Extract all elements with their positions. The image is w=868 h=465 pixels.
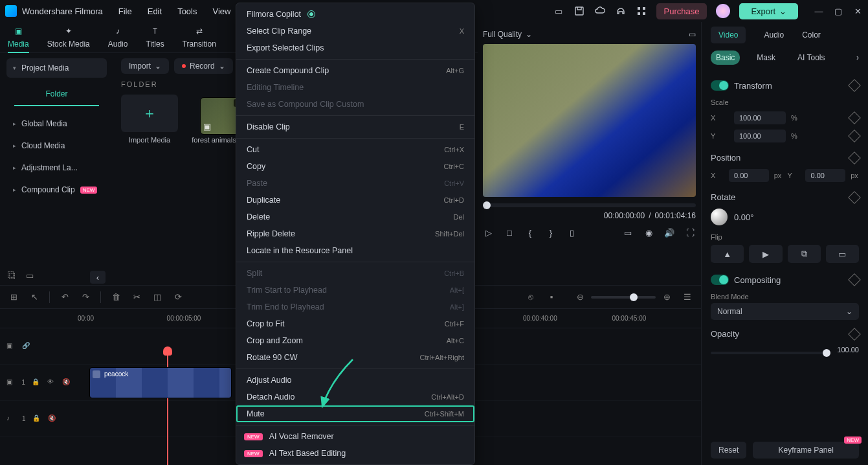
sidebar-item-cloud-media[interactable]: ▸Cloud Media: [6, 136, 107, 155]
music-icon[interactable]: ♪: [6, 414, 16, 424]
film-icon[interactable]: ▣: [6, 378, 16, 387]
avatar[interactable]: [716, 4, 730, 18]
tab-media[interactable]: ▣Media: [8, 25, 29, 52]
sidebar-folder-header[interactable]: Folder: [14, 83, 99, 106]
scale-x-input[interactable]: 100.00: [734, 111, 786, 124]
ctx-rotate-90-cw[interactable]: Rotate 90 CWCtrl+Alt+Right: [236, 349, 474, 366]
menu-edit[interactable]: Edit: [148, 6, 162, 16]
crop-icon[interactable]: ◫: [151, 291, 163, 303]
device-icon[interactable]: ▭: [553, 5, 564, 17]
apps-icon[interactable]: [636, 5, 647, 17]
ctx-locate-in-the-resource-panel[interactable]: Locate in the Resource Panel: [236, 242, 474, 259]
ctx-ai-text-based-editing[interactable]: NEWAI Text Based Editing: [236, 445, 474, 462]
window-close-button[interactable]: ✕: [852, 6, 863, 16]
snapshot-icon[interactable]: ▭: [689, 30, 696, 39]
ctx-filmora-copilot[interactable]: Filmora Copilot: [236, 6, 474, 23]
tab-audio[interactable]: ♪Audio: [108, 25, 128, 52]
opacity-slider[interactable]: [711, 352, 830, 354]
tab-titles[interactable]: TTitles: [146, 25, 164, 52]
pointer-icon[interactable]: ↖: [28, 291, 40, 303]
keyframe-icon[interactable]: [848, 191, 861, 204]
menu-view[interactable]: View: [212, 6, 230, 16]
quality-dropdown[interactable]: Full Quality⌄: [483, 30, 532, 39]
undo-icon[interactable]: ↶: [59, 291, 71, 303]
flip-horizontal-button[interactable]: ▲: [711, 245, 744, 263]
menu-file[interactable]: File: [118, 6, 132, 16]
ctx-create-compound-clip[interactable]: Create Compound ClipAlt+G: [236, 62, 474, 79]
purchase-button[interactable]: Purchase: [656, 3, 707, 19]
rotate-knob[interactable]: [711, 209, 728, 225]
zoom-in-icon[interactable]: ⊕: [661, 291, 673, 303]
ctx-ai-vocal-remover[interactable]: NEWAI Vocal Remover: [236, 428, 474, 445]
speed-icon[interactable]: ⟳: [172, 291, 184, 303]
record-dropdown[interactable]: Record⌄: [174, 58, 233, 74]
scale-y-input[interactable]: 100.00: [734, 130, 786, 142]
sidebar-item-compound-clip[interactable]: ▸Compound ClipNEW: [6, 180, 107, 199]
export-button[interactable]: Export⌄: [739, 3, 798, 19]
tab-stock-media[interactable]: ✦Stock Media: [47, 25, 90, 52]
redo-icon[interactable]: ↷: [80, 291, 91, 303]
mark-in-icon[interactable]: {: [524, 227, 536, 238]
ctx-select-clip-range[interactable]: Select Clip RangeX: [236, 23, 474, 40]
zoom-out-icon[interactable]: ⊖: [574, 291, 586, 303]
play-icon[interactable]: ▷: [483, 227, 495, 238]
camera-icon[interactable]: ◉: [643, 227, 654, 238]
subtab-basic[interactable]: Basic: [711, 51, 740, 65]
ctx-export-selected-clips[interactable]: Export Selected Clips: [236, 40, 474, 56]
compositing-toggle[interactable]: [711, 275, 729, 285]
ctx-ripple-delete[interactable]: Ripple DeleteShift+Del: [236, 225, 474, 242]
sidebar-item-adjustment-layer[interactable]: ▸Adjustment La...: [6, 158, 107, 177]
mute-icon[interactable]: 🔇: [62, 378, 71, 387]
ctx-duplicate[interactable]: DuplicateCtrl+D: [236, 192, 474, 209]
subtab-ai-tools[interactable]: AI Tools: [792, 51, 830, 65]
film-icon[interactable]: ▣: [6, 342, 16, 351]
ctx-delete[interactable]: DeleteDel: [236, 209, 474, 225]
seek-bar[interactable]: [483, 203, 696, 207]
keyframe-panel-button[interactable]: Keyframe PanelNEW: [753, 442, 859, 459]
import-media-card[interactable]: ＋ Import Media: [121, 95, 178, 144]
window-minimize-button[interactable]: —: [814, 6, 824, 16]
flip-copy-button[interactable]: ⧉: [788, 245, 821, 263]
display-icon[interactable]: ▭: [622, 227, 634, 238]
pos-y-input[interactable]: 0.00: [805, 169, 845, 182]
import-dropdown[interactable]: Import⌄: [121, 58, 169, 74]
ctx-crop-and-zoom[interactable]: Crop and ZoomAlt+C: [236, 332, 474, 349]
flip-vertical-button[interactable]: ▶: [749, 245, 782, 263]
sidebar-item-project-media[interactable]: ▾Project Media: [6, 58, 107, 78]
timeline-clip[interactable]: peacock: [89, 367, 232, 398]
layout-icon[interactable]: ⊞: [8, 291, 19, 303]
transform-toggle[interactable]: [711, 80, 729, 91]
tab-transitions[interactable]: ⇄Transition: [183, 25, 216, 52]
ctx-detach-audio[interactable]: Detach AudioCtrl+Alt+D: [236, 389, 474, 405]
ctx-adjust-audio[interactable]: Adjust Audio: [236, 372, 474, 389]
cloud-icon[interactable]: [594, 5, 606, 17]
marker-icon[interactable]: ▪: [546, 291, 557, 303]
preview-video[interactable]: [483, 44, 696, 197]
blend-mode-select[interactable]: Normal⌄: [711, 303, 859, 320]
link-icon[interactable]: 🔗: [22, 342, 31, 351]
chevron-right-icon[interactable]: ›: [856, 53, 859, 62]
menu-tools[interactable]: Tools: [177, 6, 197, 16]
rotate-input[interactable]: 0.00°: [734, 212, 754, 222]
delete-icon[interactable]: 🗑: [110, 291, 122, 303]
ctx-crop-to-fit[interactable]: Crop to FitCtrl+F: [236, 315, 474, 332]
sidebar-item-global-media[interactable]: ▸Global Media: [6, 114, 107, 133]
pos-x-input[interactable]: 0.00: [729, 169, 769, 182]
cut-icon[interactable]: ✂: [131, 291, 142, 303]
keyframe-icon[interactable]: [848, 111, 861, 124]
collapse-sidebar-button[interactable]: ‹: [90, 271, 106, 284]
ctx-copy[interactable]: CopyCtrl+C: [236, 158, 474, 175]
keyframe-icon[interactable]: [848, 328, 861, 341]
zoom-slider[interactable]: [591, 296, 656, 299]
lock-icon[interactable]: 🔒: [32, 378, 41, 387]
flip-paste-button[interactable]: ▭: [826, 245, 859, 263]
volume-icon[interactable]: 🔊: [663, 227, 675, 238]
ctx-cut[interactable]: CutCtrl+X: [236, 141, 474, 158]
seek-knob[interactable]: [483, 201, 491, 209]
inspector-tab-video[interactable]: Video: [711, 27, 746, 43]
folder-icon[interactable]: ▭: [26, 271, 38, 282]
ctx-mute[interactable]: MuteCtrl+Shift+M: [236, 405, 474, 422]
keyframe-icon[interactable]: [848, 79, 861, 92]
headphones-icon[interactable]: [615, 5, 627, 17]
keyframe-icon[interactable]: [848, 130, 861, 142]
